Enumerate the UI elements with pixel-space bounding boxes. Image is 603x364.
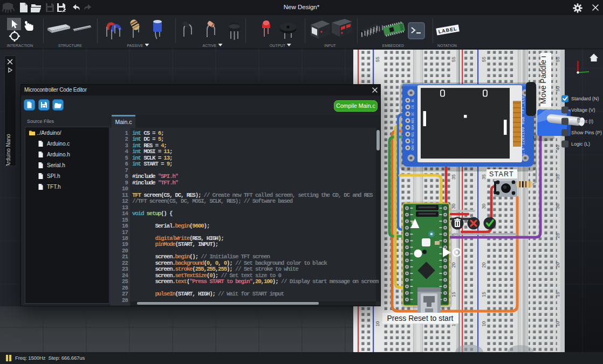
svg-text:25: 25 bbox=[555, 233, 560, 238]
svg-text:RES: RES bbox=[411, 118, 415, 123]
svg-text:1.8'128x160 RGB TFT_LCD: 1.8'128x160 RGB TFT_LCD bbox=[521, 96, 525, 156]
svg-text:Current (I): Current (I) bbox=[571, 119, 593, 124]
svg-text:55: 55 bbox=[375, 57, 380, 62]
svg-text:15: 15 bbox=[481, 292, 486, 297]
svg-text:Press Reset to start: Press Reset to start bbox=[387, 314, 454, 322]
svg-text:10: 10 bbox=[481, 321, 486, 326]
svg-text:SCL: SCL bbox=[411, 132, 415, 137]
svg-text:50: 50 bbox=[555, 86, 560, 91]
svg-text:Standard (N): Standard (N) bbox=[571, 96, 599, 101]
svg-text:55: 55 bbox=[555, 57, 560, 62]
svg-text:10: 10 bbox=[375, 321, 380, 326]
svg-text:START: START bbox=[489, 170, 514, 178]
svg-text:SDA: SDA bbox=[411, 125, 415, 131]
svg-text:20: 20 bbox=[555, 262, 560, 267]
svg-text:35: 35 bbox=[555, 174, 560, 180]
svg-text:Move Paddle ı: Move Paddle ı bbox=[539, 56, 547, 104]
svg-text:35: 35 bbox=[451, 174, 456, 180]
svg-text:30: 30 bbox=[555, 203, 560, 209]
svg-text:GND: GND bbox=[411, 145, 415, 150]
svg-text:Show Pins (P): Show Pins (P) bbox=[571, 130, 602, 135]
svg-text:40: 40 bbox=[555, 145, 560, 150]
svg-text:30: 30 bbox=[481, 203, 486, 209]
svg-text:15: 15 bbox=[555, 292, 560, 297]
svg-text:Logic (L): Logic (L) bbox=[571, 141, 590, 147]
svg-text:VCC: VCC bbox=[411, 138, 415, 144]
svg-text:10: 10 bbox=[555, 321, 560, 326]
svg-text:DC: DC bbox=[411, 112, 415, 115]
svg-text:55: 55 bbox=[451, 57, 456, 62]
svg-text:Voltage (V): Voltage (V) bbox=[571, 107, 595, 113]
svg-text:Arduino Nano: Arduino Nano bbox=[5, 134, 11, 166]
svg-text:BL: BL bbox=[411, 99, 415, 102]
svg-text:35: 35 bbox=[481, 174, 486, 180]
svg-text:55: 55 bbox=[481, 57, 486, 62]
svg-text:20: 20 bbox=[481, 262, 486, 267]
svg-text:CS: CS bbox=[411, 105, 415, 109]
